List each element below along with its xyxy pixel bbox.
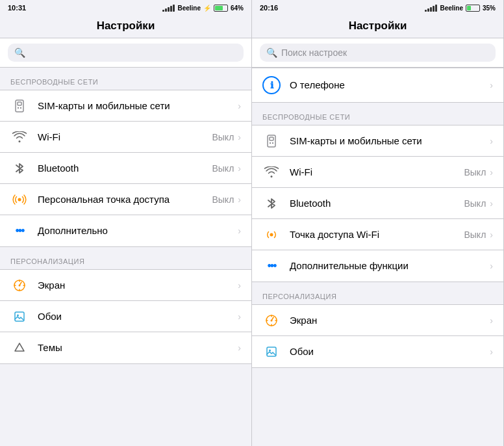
right-wallpaper-icon (262, 343, 281, 361)
left-bt-value: Выкл (212, 163, 234, 174)
about-icon: ℹ (262, 76, 281, 94)
right-bt-chevron: › (490, 198, 493, 209)
left-wallpaper-label: Обои (38, 310, 238, 323)
right-personal-list: Экран › Обои › (252, 304, 503, 368)
right-item-hotspot[interactable]: Точка доступа Wi-Fi Выкл › (252, 219, 503, 250)
right-bt-icon (262, 194, 281, 213)
right-wireless-list: SIM-карты и мобильные сети › Wi-Fi Выкл … (252, 125, 503, 282)
left-item-screen[interactable]: Экран › (0, 270, 251, 301)
left-battery-fill (215, 6, 223, 10)
right-panel: 20:16 Beeline 35% Настройки 🔍 Поиск наст… (252, 0, 504, 446)
left-hotspot-label: Персональная точка доступа (38, 193, 212, 206)
svg-rect-1 (18, 102, 21, 105)
left-status-right: Beeline ⚡ 64% (162, 4, 244, 12)
left-item-themes[interactable]: Темы › (0, 332, 251, 363)
left-item-bluetooth[interactable]: Bluetooth Выкл › (0, 153, 251, 184)
right-hotspot-chevron: › (490, 230, 493, 240)
svg-rect-2 (18, 107, 19, 109)
right-header: Настройки (252, 16, 503, 38)
left-battery (214, 5, 228, 12)
bluetooth-icon (10, 159, 29, 177)
right-time: 20:16 (260, 4, 278, 12)
svg-rect-3 (20, 107, 21, 109)
right-item-wifi[interactable]: Wi-Fi Выкл › (252, 157, 503, 188)
right-item-about[interactable]: ℹ О телефоне › (252, 68, 503, 103)
left-panel: 10:31 Beeline ⚡ 64% Настройки 🔍 (0, 0, 252, 446)
left-wallpaper-chevron: › (238, 311, 241, 322)
right-bt-label: Bluetooth (290, 197, 464, 210)
left-battery-percent: 64% (231, 5, 244, 12)
svg-point-12 (270, 233, 273, 236)
right-status-right: Beeline 35% (425, 4, 496, 12)
left-personal-list: Экран › Обои › (0, 269, 251, 364)
left-scroll: БЕСПРОВОДНЫЕ СЕТИ SIM-карты и мобильные … (0, 68, 251, 446)
left-search-icon: 🔍 (14, 47, 25, 58)
left-section-header-personal: ПЕРСОНАЛИЗАЦИЯ (0, 247, 251, 269)
svg-point-6 (19, 284, 21, 286)
right-search-placeholder: Поиск настроек (281, 47, 347, 58)
right-wifi-value: Выкл (464, 167, 486, 177)
hotspot-icon (10, 190, 29, 209)
right-section-header-wireless: БЕСПРОВОДНЫЕ СЕТИ (252, 103, 503, 125)
left-more-chevron: › (238, 226, 241, 236)
right-item-screen[interactable]: Экран › (252, 305, 503, 336)
wallpaper-icon (10, 308, 29, 326)
more-icon: ••• (10, 222, 29, 240)
left-item-wallpaper[interactable]: Обои › (0, 301, 251, 332)
right-hotspot-value: Выкл (464, 230, 486, 240)
svg-point-4 (18, 198, 21, 201)
left-wireless-list: SIM-карты и мобильные сети › Wi-Fi Выкл … (0, 90, 251, 247)
right-battery-fill (467, 6, 471, 10)
right-sim-label: SIM-карты и мобильные сети (290, 135, 490, 148)
right-item-sim[interactable]: SIM-карты и мобильные сети › (252, 125, 503, 157)
left-sim-label: SIM-карты и мобильные сети (38, 99, 238, 112)
right-screen-icon (262, 311, 281, 330)
right-wallpaper-chevron: › (490, 347, 493, 357)
right-carrier: Beeline (440, 5, 463, 12)
left-hotspot-chevron: › (238, 194, 241, 205)
right-status-bar: 20:16 Beeline 35% (252, 0, 503, 16)
right-hotspot-label: Точка доступа Wi-Fi (290, 228, 464, 241)
left-screen-label: Экран (38, 279, 238, 292)
svg-rect-11 (272, 142, 273, 144)
themes-icon (10, 339, 29, 357)
left-more-label: Дополнительно (38, 224, 238, 237)
right-item-more[interactable]: ••• Дополнительные функции › (252, 250, 503, 282)
right-wifi-icon (262, 163, 281, 181)
right-battery-percent: 35% (483, 5, 496, 12)
right-bt-value: Выкл (464, 198, 486, 209)
left-item-sim[interactable]: SIM-карты и мобильные сети › (0, 90, 251, 122)
right-item-wallpaper[interactable]: Обои › (252, 336, 503, 367)
left-header: Настройки (0, 16, 251, 38)
right-item-bluetooth[interactable]: Bluetooth Выкл › (252, 188, 503, 219)
left-item-more[interactable]: ••• Дополнительно › (0, 215, 251, 246)
svg-point-15 (269, 350, 271, 352)
right-wifi-label: Wi-Fi (290, 166, 464, 179)
right-search-icon: 🔍 (266, 47, 277, 58)
left-wifi-chevron: › (238, 132, 241, 142)
left-screen-chevron: › (238, 280, 241, 291)
left-sim-chevron: › (238, 101, 241, 111)
screen-icon (10, 276, 29, 295)
left-search-bar: 🔍 (0, 38, 251, 68)
right-scroll: ℹ О телефоне › БЕСПРОВОДНЫЕ СЕТИ SIM-кар… (252, 68, 503, 446)
left-search-inner[interactable]: 🔍 (8, 44, 244, 62)
left-wifi-label: Wi-Fi (38, 131, 212, 144)
right-sim-icon (262, 132, 281, 150)
left-bt-chevron: › (238, 163, 241, 174)
left-themes-chevron: › (238, 343, 241, 353)
right-more-icon: ••• (262, 257, 281, 275)
wifi-icon (10, 128, 29, 146)
left-bt-label: Bluetooth (38, 162, 212, 175)
left-section-header-wireless: БЕСПРОВОДНЫЕ СЕТИ (0, 68, 251, 90)
svg-point-14 (271, 319, 273, 321)
right-more-label: Дополнительные функции (290, 259, 490, 272)
right-screen-chevron: › (490, 315, 493, 326)
right-wallpaper-label: Обои (290, 345, 490, 358)
right-section-header-personal: ПЕРСОНАЛИЗАЦИЯ (252, 282, 503, 304)
right-search-inner[interactable]: 🔍 Поиск настроек (260, 44, 496, 62)
left-item-wifi[interactable]: Wi-Fi Выкл › (0, 122, 251, 153)
svg-rect-10 (270, 142, 271, 144)
left-item-hotspot[interactable]: Персональная точка доступа Выкл › (0, 184, 251, 215)
left-signal (162, 4, 175, 12)
